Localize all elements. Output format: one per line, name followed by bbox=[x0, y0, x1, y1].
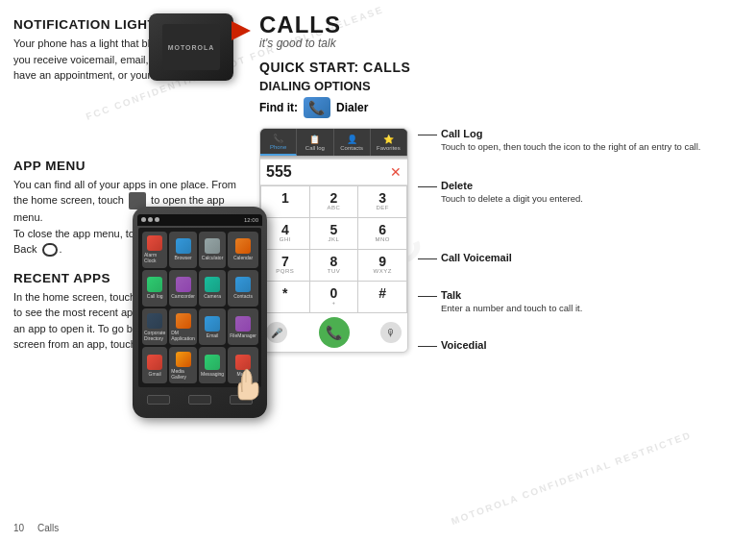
key-2[interactable]: 2ABC bbox=[310, 186, 358, 217]
corporate-icon bbox=[147, 313, 162, 329]
annotations-panel: Call Log Touch to open, then touch the i… bbox=[418, 128, 746, 357]
dialing-options-title: DIALING OPTIONS bbox=[259, 79, 746, 93]
page-content: MOTOROLA NOTIFICATION LIGHT Your phone h… bbox=[0, 0, 756, 541]
gmail-icon bbox=[147, 355, 162, 370]
annotation-line-5 bbox=[418, 346, 437, 347]
key-3[interactable]: 3DEF bbox=[358, 186, 406, 217]
home-nav-btn[interactable] bbox=[188, 395, 211, 405]
camera-icon bbox=[205, 277, 220, 292]
app-gmail[interactable]: Gmail bbox=[142, 347, 167, 383]
dialer-number-display: 555 bbox=[266, 163, 390, 181]
delete-annotation-desc: Touch to delete a digit you entered. bbox=[441, 192, 746, 205]
calculator-icon bbox=[205, 238, 220, 254]
app-camcorder[interactable]: Camcorder bbox=[169, 270, 197, 307]
key-5[interactable]: 5JKL bbox=[310, 218, 358, 249]
key-1[interactable]: 1 bbox=[261, 186, 309, 217]
media-icon bbox=[176, 352, 191, 367]
app-browser[interactable]: Browser bbox=[169, 232, 197, 268]
dialer-input-row: 555 ✕ bbox=[260, 160, 407, 185]
messaging-icon bbox=[205, 355, 220, 370]
app-media-gallery[interactable]: Media Gallery bbox=[169, 347, 197, 383]
dialer-container: 📞 Phone 📋 Call log 👤 Contacts ⭐ Favorite… bbox=[259, 128, 746, 357]
dialer-tab-bar: 📞 Phone 📋 Call log 👤 Contacts ⭐ Favorite… bbox=[260, 129, 407, 156]
call-voicemail-annotation-label: Call Voicemail bbox=[441, 252, 746, 263]
back-icon-inline bbox=[42, 243, 58, 257]
hand-pointer bbox=[232, 365, 261, 405]
call-log-annotation-desc: Touch to open, then touch the icon to th… bbox=[441, 140, 746, 153]
back-nav-btn[interactable] bbox=[147, 395, 170, 405]
keypad: 1 2ABC 3DEF 4GHI 5JKL 6MNO 7PQRS 8TUV 9W… bbox=[260, 185, 407, 313]
voice-dial-button[interactable]: 🎙 bbox=[380, 322, 402, 343]
talk-annotation-desc: Enter a number and touch to call it. bbox=[441, 302, 746, 314]
key-7[interactable]: 7PQRS bbox=[261, 250, 309, 281]
app-alarm-clock[interactable]: Alarm Clock bbox=[142, 232, 167, 268]
tab-favorites[interactable]: ⭐ Favorites bbox=[371, 129, 407, 156]
voicemail-button[interactable]: 🎤 bbox=[266, 322, 287, 343]
dialer-phone-mockup: 📞 Phone 📋 Call log 👤 Contacts ⭐ Favorite… bbox=[259, 128, 408, 353]
key-0[interactable]: 0+ bbox=[310, 282, 358, 312]
key-8[interactable]: 8TUV bbox=[310, 250, 358, 281]
app-filemanager[interactable]: FileManager bbox=[228, 308, 258, 345]
app-calendar[interactable]: Calendar bbox=[228, 232, 258, 268]
delete-button[interactable]: ✕ bbox=[390, 164, 402, 180]
app-calculator[interactable]: Calculator bbox=[199, 232, 226, 268]
app-email[interactable]: Email bbox=[199, 308, 226, 345]
right-column: CALLS it's good to talk QUICK START: CAL… bbox=[250, 0, 756, 541]
tab-phone[interactable]: 📞 Phone bbox=[260, 129, 297, 156]
mic-icon: 🎙 bbox=[386, 328, 396, 338]
annotation-voicedial: Voicedial bbox=[418, 339, 746, 352]
annotation-talk: Talk Enter a number and touch to call it… bbox=[418, 289, 746, 314]
camcorder-icon bbox=[176, 277, 191, 292]
calls-subtitle: it's good to talk bbox=[259, 37, 746, 50]
annotation-call-log: Call Log Touch to open, then touch the i… bbox=[418, 128, 746, 153]
contacts-icon bbox=[235, 277, 251, 292]
calendar-icon bbox=[235, 238, 251, 254]
alarm-icon bbox=[147, 235, 162, 251]
key-6[interactable]: 6MNO bbox=[358, 218, 406, 249]
annotation-delete: Delete Touch to delete a digit you enter… bbox=[418, 180, 746, 205]
app-messaging[interactable]: Messaging bbox=[199, 347, 226, 383]
key-9[interactable]: 9WXYZ bbox=[358, 250, 406, 281]
key-star[interactable]: * bbox=[261, 282, 309, 312]
annotation-line-4 bbox=[418, 296, 437, 297]
tab-contacts[interactable]: 👤 Contacts bbox=[334, 129, 371, 156]
call-icon: 📞 bbox=[326, 325, 342, 340]
talk-annotation-label: Talk bbox=[441, 289, 746, 301]
phone-device-image: MOTOROLA bbox=[149, 13, 233, 81]
app-call-log[interactable]: Call log bbox=[142, 270, 167, 307]
tab-call-log[interactable]: 📋 Call log bbox=[297, 129, 333, 156]
app-corporate[interactable]: Corporate Directory bbox=[142, 308, 167, 345]
voicedial-annotation-label: Voicedial bbox=[441, 339, 746, 351]
app-grid: Alarm Clock Browser Calculator Calendar bbox=[138, 228, 261, 387]
signal-icon bbox=[141, 217, 146, 222]
app-menu-title: APP MENU bbox=[13, 159, 236, 173]
annotation-line-2 bbox=[418, 186, 437, 187]
status-bar: 12:00 bbox=[137, 214, 262, 226]
key-hash[interactable]: # bbox=[358, 282, 406, 312]
browser-icon bbox=[176, 238, 191, 254]
app-contacts[interactable]: Contacts bbox=[228, 270, 258, 307]
call-log-annotation-label: Call Log bbox=[441, 128, 746, 139]
left-column: MOTOROLA NOTIFICATION LIGHT Your phone h… bbox=[0, 0, 250, 541]
wifi-icon bbox=[148, 217, 153, 222]
dm-icon bbox=[176, 313, 191, 329]
notification-light-arrow bbox=[232, 21, 251, 40]
find-it-row: Find it: 📞 Dialer bbox=[259, 97, 746, 118]
app-camera[interactable]: Camera bbox=[199, 270, 226, 307]
android-phone-mockup: 12:00 Alarm Clock Browser Calculator bbox=[133, 207, 267, 418]
phone-tab-icon: 📞 bbox=[273, 134, 283, 143]
find-it-label: Find it: bbox=[259, 101, 298, 114]
call-button[interactable]: 📞 bbox=[319, 317, 350, 348]
battery-icon bbox=[155, 217, 159, 222]
annotation-line-1 bbox=[418, 135, 437, 135]
calls-title: CALLS bbox=[259, 13, 746, 37]
dialer-label: Dialer bbox=[336, 101, 368, 114]
motorola-label: MOTOROLA bbox=[168, 44, 215, 51]
dialer-bottom-row: 🎤 📞 🎙 bbox=[260, 313, 407, 352]
contacts-tab-icon: 👤 bbox=[347, 135, 357, 144]
key-4[interactable]: 4GHI bbox=[261, 218, 309, 249]
voicemail-icon: 🎤 bbox=[271, 328, 282, 338]
filemanager-icon bbox=[235, 316, 251, 332]
quick-start-title: QUICK START: CALLS bbox=[259, 60, 746, 75]
app-dm[interactable]: DM Application bbox=[169, 308, 197, 345]
